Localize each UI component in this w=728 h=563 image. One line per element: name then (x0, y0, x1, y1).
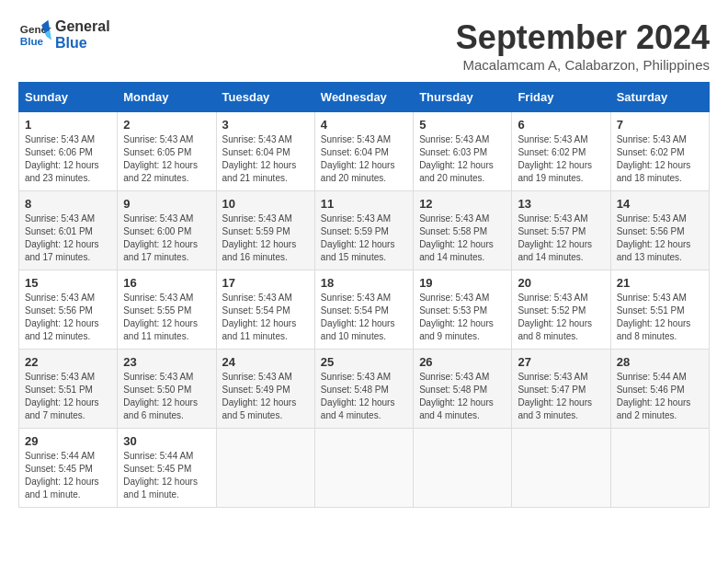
calendar-cell: 22Sunrise: 5:43 AM Sunset: 5:51 PM Dayli… (19, 350, 118, 429)
day-number: 9 (123, 197, 210, 211)
day-info: Sunrise: 5:43 AM Sunset: 5:49 PM Dayligh… (222, 371, 309, 422)
calendar-cell: 15Sunrise: 5:43 AM Sunset: 5:56 PM Dayli… (19, 270, 118, 350)
day-number: 20 (518, 276, 604, 290)
day-number: 23 (123, 355, 210, 369)
calendar-cell: 18Sunrise: 5:43 AM Sunset: 5:54 PM Dayli… (314, 270, 413, 350)
day-info: Sunrise: 5:43 AM Sunset: 5:52 PM Dayligh… (518, 292, 604, 343)
day-number: 2 (123, 118, 210, 132)
day-number: 19 (419, 276, 506, 290)
calendar-cell: 26Sunrise: 5:43 AM Sunset: 5:48 PM Dayli… (414, 350, 512, 429)
day-info: Sunrise: 5:43 AM Sunset: 5:54 PM Dayligh… (321, 292, 407, 343)
calendar-cell (314, 429, 413, 508)
week-row-5: 29Sunrise: 5:44 AM Sunset: 5:45 PM Dayli… (19, 429, 710, 508)
header-wednesday: Wednesday (314, 83, 413, 112)
day-info: Sunrise: 5:43 AM Sunset: 6:04 PM Dayligh… (321, 133, 407, 185)
svg-text:Blue: Blue (20, 35, 44, 47)
day-info: Sunrise: 5:43 AM Sunset: 5:50 PM Dayligh… (123, 371, 210, 422)
week-row-1: 1Sunrise: 5:43 AM Sunset: 6:06 PM Daylig… (19, 112, 710, 191)
calendar-table: Sunday Monday Tuesday Wednesday Thursday… (18, 82, 710, 508)
day-info: Sunrise: 5:43 AM Sunset: 5:59 PM Dayligh… (321, 213, 407, 264)
day-number: 5 (419, 118, 506, 132)
day-info: Sunrise: 5:43 AM Sunset: 6:00 PM Dayligh… (123, 213, 210, 264)
day-number: 22 (25, 355, 111, 369)
day-number: 24 (222, 355, 309, 369)
calendar-cell: 8Sunrise: 5:43 AM Sunset: 6:01 PM Daylig… (19, 191, 118, 270)
day-number: 7 (617, 118, 703, 132)
title-section: September 2024 Macalamcam A, Calabarzon,… (456, 18, 710, 73)
day-info: Sunrise: 5:44 AM Sunset: 5:45 PM Dayligh… (123, 450, 210, 501)
logo-text-line2: Blue (55, 35, 110, 52)
day-number: 11 (321, 197, 407, 211)
day-info: Sunrise: 5:43 AM Sunset: 5:53 PM Dayligh… (419, 292, 506, 343)
day-number: 6 (518, 118, 604, 132)
week-row-4: 22Sunrise: 5:43 AM Sunset: 5:51 PM Dayli… (19, 350, 710, 429)
calendar-cell: 9Sunrise: 5:43 AM Sunset: 6:00 PM Daylig… (118, 191, 216, 270)
day-info: Sunrise: 5:43 AM Sunset: 5:55 PM Dayligh… (123, 292, 210, 343)
day-info: Sunrise: 5:43 AM Sunset: 5:57 PM Dayligh… (518, 213, 604, 264)
calendar-cell: 17Sunrise: 5:43 AM Sunset: 5:54 PM Dayli… (216, 270, 314, 350)
logo-text-line1: General (55, 18, 110, 35)
calendar-cell (610, 429, 709, 508)
day-info: Sunrise: 5:43 AM Sunset: 6:03 PM Dayligh… (419, 133, 506, 185)
day-number: 8 (25, 197, 111, 211)
day-info: Sunrise: 5:43 AM Sunset: 5:59 PM Dayligh… (222, 213, 309, 264)
calendar-cell (216, 429, 314, 508)
day-number: 27 (518, 355, 604, 369)
calendar-cell: 4Sunrise: 5:43 AM Sunset: 6:04 PM Daylig… (314, 112, 413, 191)
day-info: Sunrise: 5:43 AM Sunset: 6:02 PM Dayligh… (617, 133, 703, 185)
day-info: Sunrise: 5:43 AM Sunset: 6:06 PM Dayligh… (25, 133, 111, 185)
calendar-cell: 5Sunrise: 5:43 AM Sunset: 6:03 PM Daylig… (414, 112, 512, 191)
calendar-cell: 3Sunrise: 5:43 AM Sunset: 6:04 PM Daylig… (216, 112, 314, 191)
calendar-cell: 14Sunrise: 5:43 AM Sunset: 5:56 PM Dayli… (610, 191, 709, 270)
day-info: Sunrise: 5:43 AM Sunset: 5:56 PM Dayligh… (617, 213, 703, 264)
day-number: 12 (419, 197, 506, 211)
calendar-cell: 28Sunrise: 5:44 AM Sunset: 5:46 PM Dayli… (610, 350, 709, 429)
calendar-cell: 19Sunrise: 5:43 AM Sunset: 5:53 PM Dayli… (414, 270, 512, 350)
day-number: 30 (123, 434, 210, 448)
header-thursday: Thursday (414, 83, 512, 112)
calendar-cell: 23Sunrise: 5:43 AM Sunset: 5:50 PM Dayli… (118, 350, 216, 429)
day-number: 16 (123, 276, 210, 290)
day-number: 4 (321, 118, 407, 132)
day-number: 1 (25, 118, 111, 132)
day-number: 10 (222, 197, 309, 211)
header-row: Sunday Monday Tuesday Wednesday Thursday… (19, 83, 710, 112)
day-number: 28 (617, 355, 703, 369)
calendar-subtitle: Macalamcam A, Calabarzon, Philippines (456, 57, 710, 73)
week-row-3: 15Sunrise: 5:43 AM Sunset: 5:56 PM Dayli… (19, 270, 710, 350)
day-info: Sunrise: 5:43 AM Sunset: 5:51 PM Dayligh… (617, 292, 703, 343)
calendar-cell: 25Sunrise: 5:43 AM Sunset: 5:48 PM Dayli… (314, 350, 413, 429)
calendar-cell: 10Sunrise: 5:43 AM Sunset: 5:59 PM Dayli… (216, 191, 314, 270)
day-number: 21 (617, 276, 703, 290)
calendar-cell (512, 429, 610, 508)
header-tuesday: Tuesday (216, 83, 314, 112)
header-saturday: Saturday (610, 83, 709, 112)
day-number: 26 (419, 355, 506, 369)
calendar-cell (414, 429, 512, 508)
day-info: Sunrise: 5:43 AM Sunset: 5:54 PM Dayligh… (222, 292, 309, 343)
day-number: 14 (617, 197, 703, 211)
calendar-cell: 20Sunrise: 5:43 AM Sunset: 5:52 PM Dayli… (512, 270, 610, 350)
day-info: Sunrise: 5:43 AM Sunset: 5:58 PM Dayligh… (419, 213, 506, 264)
week-row-2: 8Sunrise: 5:43 AM Sunset: 6:01 PM Daylig… (19, 191, 710, 270)
day-info: Sunrise: 5:43 AM Sunset: 5:47 PM Dayligh… (518, 371, 604, 422)
day-number: 18 (321, 276, 407, 290)
day-number: 29 (25, 434, 111, 448)
day-number: 15 (25, 276, 111, 290)
header-monday: Monday (118, 83, 216, 112)
calendar-cell: 11Sunrise: 5:43 AM Sunset: 5:59 PM Dayli… (314, 191, 413, 270)
logo: General Blue General Blue (18, 18, 110, 52)
day-info: Sunrise: 5:43 AM Sunset: 6:04 PM Dayligh… (222, 133, 309, 185)
day-info: Sunrise: 5:43 AM Sunset: 5:48 PM Dayligh… (321, 371, 407, 422)
day-info: Sunrise: 5:43 AM Sunset: 5:56 PM Dayligh… (25, 292, 111, 343)
calendar-cell: 6Sunrise: 5:43 AM Sunset: 6:02 PM Daylig… (512, 112, 610, 191)
day-number: 13 (518, 197, 604, 211)
day-info: Sunrise: 5:43 AM Sunset: 6:02 PM Dayligh… (518, 133, 604, 185)
day-number: 25 (321, 355, 407, 369)
page-header: General Blue General Blue September 2024… (18, 18, 710, 73)
header-friday: Friday (512, 83, 610, 112)
day-info: Sunrise: 5:43 AM Sunset: 5:48 PM Dayligh… (419, 371, 506, 422)
calendar-cell: 1Sunrise: 5:43 AM Sunset: 6:06 PM Daylig… (19, 112, 118, 191)
calendar-cell: 21Sunrise: 5:43 AM Sunset: 5:51 PM Dayli… (610, 270, 709, 350)
calendar-title: September 2024 (456, 18, 710, 57)
